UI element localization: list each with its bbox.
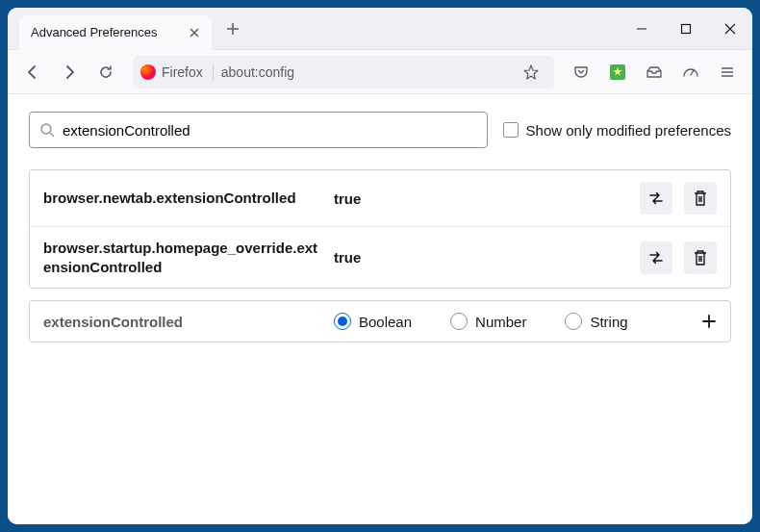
titlebar: Advanced Preferences: [8, 8, 752, 50]
search-input[interactable]: [63, 122, 477, 139]
close-window-button[interactable]: [708, 8, 752, 50]
radio-icon: [565, 313, 582, 330]
url-bar[interactable]: Firefox about:config: [133, 56, 554, 89]
show-modified-label: Show only modified preferences: [526, 122, 731, 139]
minimize-button[interactable]: [620, 8, 664, 50]
pocket-icon[interactable]: [566, 57, 596, 88]
pref-value: true: [334, 190, 628, 207]
radio-string[interactable]: String: [565, 313, 627, 330]
radio-number[interactable]: Number: [450, 313, 526, 330]
pref-name: browser.startup.homepage_override.extens…: [43, 239, 322, 276]
reload-button[interactable]: [90, 57, 121, 88]
url-text: about:config: [221, 64, 508, 80]
radio-label: Number: [475, 314, 526, 330]
add-button[interactable]: [701, 314, 717, 329]
tab-title: Advanced Preferences: [31, 25, 158, 39]
navigation-toolbar: Firefox about:config: [8, 50, 752, 94]
svg-point-1: [41, 124, 51, 134]
pref-row[interactable]: browser.startup.homepage_override.extens…: [30, 227, 730, 288]
search-row: Show only modified preferences: [29, 112, 731, 148]
checkbox-icon: [503, 122, 519, 138]
bookmark-star-icon[interactable]: [516, 57, 546, 88]
inbox-icon[interactable]: [639, 57, 670, 88]
delete-button[interactable]: [684, 182, 717, 215]
browser-window: Advanced Preferences Firefox about:confi…: [8, 8, 752, 524]
svg-rect-0: [682, 24, 691, 33]
type-radios: Boolean Number String: [334, 313, 690, 330]
new-pref-name: extensionControlled: [43, 314, 322, 330]
show-modified-checkbox[interactable]: Show only modified preferences: [503, 122, 731, 139]
menu-button[interactable]: [712, 57, 743, 88]
tab-advanced-preferences[interactable]: Advanced Preferences: [19, 15, 212, 50]
radio-label: String: [590, 314, 627, 330]
new-tab-button[interactable]: [219, 15, 246, 42]
toggle-button[interactable]: [640, 182, 672, 215]
search-icon: [39, 122, 55, 138]
pref-value: true: [334, 249, 628, 266]
close-tab-icon[interactable]: [189, 27, 200, 38]
radio-icon: [334, 313, 351, 330]
extension-icon[interactable]: [602, 57, 633, 88]
about-config-content: Show only modified preferences browser.n…: [8, 94, 752, 524]
radio-label: Boolean: [359, 314, 412, 330]
pref-row[interactable]: browser.newtab.extensionControlled true: [30, 170, 730, 227]
firefox-logo-icon: [140, 64, 156, 80]
radio-boolean[interactable]: Boolean: [334, 313, 412, 330]
new-pref-row: extensionControlled Boolean Number Strin…: [29, 300, 731, 342]
toggle-button[interactable]: [640, 241, 672, 274]
identity-box[interactable]: Firefox: [140, 64, 214, 80]
back-button[interactable]: [17, 57, 48, 88]
maximize-button[interactable]: [664, 8, 708, 50]
pref-name: browser.newtab.extensionControlled: [43, 189, 322, 208]
dashboard-icon[interactable]: [675, 57, 706, 88]
window-controls: [620, 8, 752, 50]
search-box: [29, 112, 488, 148]
delete-button[interactable]: [684, 241, 717, 274]
pref-results: browser.newtab.extensionControlled true …: [29, 169, 731, 289]
forward-button[interactable]: [54, 57, 85, 88]
identity-label: Firefox: [162, 64, 203, 80]
radio-icon: [450, 313, 468, 330]
